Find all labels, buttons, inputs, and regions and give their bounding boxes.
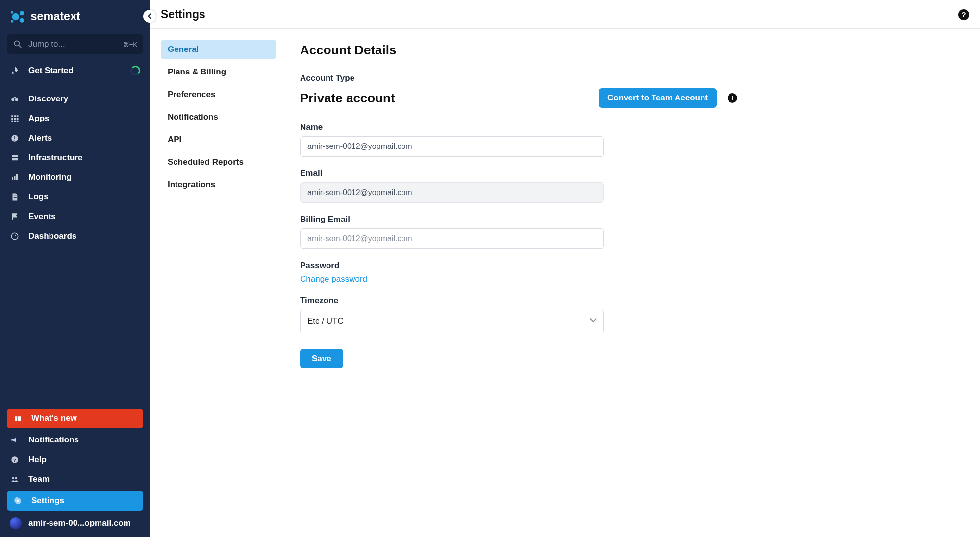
svg-rect-13 xyxy=(11,118,13,120)
sidebar-item-label: Help xyxy=(28,455,47,464)
sidebar-item-events[interactable]: Events xyxy=(0,207,150,226)
avatar xyxy=(10,517,22,529)
svg-rect-12 xyxy=(17,115,19,117)
jump-to-search[interactable]: Jump to... ⌘+K xyxy=(7,34,143,54)
team-icon xyxy=(10,474,20,484)
svg-rect-10 xyxy=(11,115,13,117)
billing-email-input[interactable] xyxy=(300,228,604,249)
page-title: Settings xyxy=(161,8,205,21)
svg-line-30 xyxy=(15,235,16,236)
sidebar-item-label: Apps xyxy=(28,114,50,123)
sidebar-item-logs[interactable]: Logs xyxy=(0,187,150,207)
brand-logo[interactable]: sematext xyxy=(0,0,150,34)
subnav-preferences[interactable]: Preferences xyxy=(161,85,276,104)
settings-subnav: General Plans & Billing Preferences Noti… xyxy=(150,29,283,537)
gift-icon xyxy=(13,414,23,423)
sidebar-item-team[interactable]: Team xyxy=(0,469,150,489)
sidebar: sematext Jump to... ⌘+K Get Started Disc… xyxy=(0,0,150,537)
sidebar-item-get-started[interactable]: Get Started xyxy=(0,61,150,80)
subnav-plans-billing[interactable]: Plans & Billing xyxy=(161,62,276,82)
svg-line-6 xyxy=(19,46,21,48)
svg-text:?: ? xyxy=(13,457,16,463)
sidebar-item-label: Alerts xyxy=(28,133,52,143)
sidebar-item-label: What's new xyxy=(31,414,77,423)
email-input xyxy=(300,182,604,203)
svg-rect-15 xyxy=(17,118,19,120)
svg-point-1 xyxy=(20,11,24,15)
help-button[interactable]: ? xyxy=(958,9,969,20)
sidebar-item-label: Logs xyxy=(28,192,49,202)
svg-rect-22 xyxy=(12,155,18,157)
subnav-integrations[interactable]: Integrations xyxy=(161,175,276,195)
gear-icon xyxy=(13,496,23,506)
search-icon xyxy=(13,39,23,49)
svg-point-4 xyxy=(11,20,13,22)
user-email: amir-sem-00...opmail.com xyxy=(28,518,131,528)
timezone-select[interactable]: Etc / UTC xyxy=(300,310,604,333)
sidebar-item-infrastructure[interactable]: Infrastructure xyxy=(0,148,150,168)
svg-point-7 xyxy=(11,98,14,101)
svg-rect-11 xyxy=(14,115,16,117)
convert-team-account-button[interactable]: Convert to Team Account xyxy=(599,88,717,108)
svg-rect-24 xyxy=(12,177,13,180)
alert-icon xyxy=(10,133,20,143)
megaphone-icon xyxy=(10,435,20,445)
save-button[interactable]: Save xyxy=(300,349,343,368)
sidebar-item-discovery[interactable]: Discovery xyxy=(0,89,150,109)
document-icon xyxy=(10,192,20,202)
rocket-icon xyxy=(10,66,20,75)
billing-email-label: Billing Email xyxy=(300,215,737,224)
sidebar-item-label: Discovery xyxy=(28,94,68,104)
svg-rect-18 xyxy=(17,121,19,122)
grid-icon xyxy=(10,114,20,123)
sidebar-item-label: Settings xyxy=(31,496,64,506)
timezone-value: Etc / UTC xyxy=(307,317,344,326)
subnav-scheduled-reports[interactable]: Scheduled Reports xyxy=(161,152,276,172)
svg-rect-21 xyxy=(14,140,15,141)
sidebar-collapse-button[interactable] xyxy=(143,10,156,23)
name-input[interactable] xyxy=(300,136,604,157)
password-label: Password xyxy=(300,261,737,270)
svg-point-3 xyxy=(11,11,13,13)
svg-point-37 xyxy=(15,477,18,480)
brand-text: sematext xyxy=(30,10,80,23)
sidebar-user-menu[interactable]: amir-sem-00...opmail.com xyxy=(0,513,150,534)
account-details-heading: Account Details xyxy=(300,43,737,58)
sidebar-item-label: Notifications xyxy=(28,435,79,445)
sidebar-item-apps[interactable]: Apps xyxy=(0,109,150,128)
sidebar-item-monitoring[interactable]: Monitoring xyxy=(0,168,150,187)
sidebar-item-label: Monitoring xyxy=(28,172,72,182)
svg-rect-20 xyxy=(14,136,15,139)
subnav-notifications[interactable]: Notifications xyxy=(161,107,276,127)
sidebar-item-label: Team xyxy=(28,474,50,484)
svg-rect-14 xyxy=(14,118,16,120)
svg-rect-25 xyxy=(14,176,16,180)
name-label: Name xyxy=(300,122,737,132)
email-label: Email xyxy=(300,169,737,178)
svg-rect-33 xyxy=(17,416,18,421)
sidebar-item-dashboards[interactable]: Dashboards xyxy=(0,226,150,246)
info-icon[interactable]: i xyxy=(728,93,737,103)
subnav-api[interactable]: API xyxy=(161,130,276,149)
svg-point-8 xyxy=(15,98,18,101)
svg-point-5 xyxy=(14,41,19,46)
topbar: Settings ? xyxy=(150,0,980,29)
binoculars-icon xyxy=(10,94,20,104)
jump-shortcut: ⌘+K xyxy=(123,41,137,48)
svg-rect-17 xyxy=(14,121,16,122)
timezone-label: Timezone xyxy=(300,296,737,306)
subnav-general[interactable]: General xyxy=(161,40,276,59)
sidebar-item-settings[interactable]: Settings xyxy=(7,491,143,511)
server-icon xyxy=(10,153,20,163)
sidebar-item-help[interactable]: ? Help xyxy=(0,450,150,469)
jump-placeholder: Jump to... xyxy=(28,39,123,49)
svg-rect-27 xyxy=(14,196,17,196)
sidebar-item-alerts[interactable]: Alerts xyxy=(0,128,150,148)
sidebar-item-label: Dashboards xyxy=(28,231,76,241)
sidebar-item-whats-new[interactable]: What's new xyxy=(7,409,143,428)
svg-point-0 xyxy=(12,13,19,20)
gauge-icon xyxy=(10,231,20,241)
sidebar-item-notifications[interactable]: Notifications xyxy=(0,430,150,450)
svg-point-36 xyxy=(12,477,15,480)
change-password-link[interactable]: Change password xyxy=(300,274,367,284)
